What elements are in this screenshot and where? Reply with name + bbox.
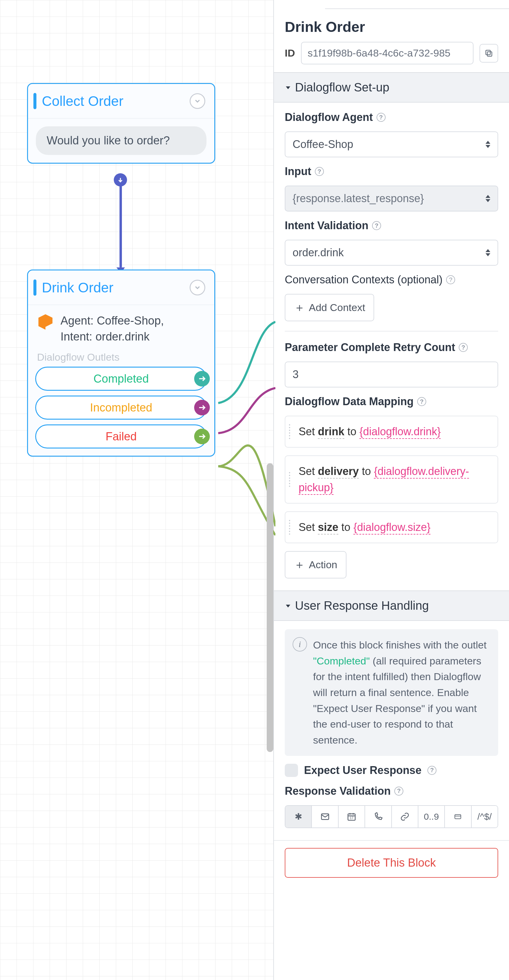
asterisk-icon: ✱ — [295, 811, 302, 822]
select-value: Coffee-Shop — [293, 138, 353, 151]
input-retry-count[interactable]: 3 — [285, 361, 498, 387]
svg-marker-1 — [38, 314, 53, 330]
prompt-bubble: Would you like to order? — [36, 126, 206, 155]
flow-canvas[interactable]: Collect Order Would you like to order? D… — [0, 0, 273, 980]
validation-email-button[interactable] — [312, 806, 338, 827]
add-action-button[interactable]: ＋ Action — [285, 551, 346, 578]
select-caret-icon — [485, 195, 490, 202]
copy-id-button[interactable] — [480, 44, 498, 62]
validation-regex-button[interactable]: /^$/ — [472, 806, 498, 827]
outlet-handle[interactable] — [194, 400, 210, 415]
help-icon[interactable]: ? — [377, 113, 386, 122]
link-icon — [400, 812, 410, 821]
button-label: Action — [309, 559, 337, 571]
node-collect-order[interactable]: Collect Order Would you like to order? — [27, 83, 215, 164]
node-header[interactable]: Collect Order — [28, 84, 214, 119]
outlet-handle[interactable] — [194, 429, 210, 444]
help-icon[interactable]: ? — [372, 221, 381, 230]
expect-user-response-row[interactable]: Expect User Response ? — [285, 764, 498, 777]
agent-label: Agent: Coffee-Shop, — [61, 313, 164, 329]
node-accent-bar — [34, 280, 37, 296]
plus-icon: ＋ — [294, 300, 305, 315]
node-drink-order[interactable]: Drink Order Agent: Coffee-Shop, Intent: … — [27, 269, 215, 457]
select-caret-icon — [485, 249, 490, 256]
validation-card-button[interactable] — [445, 806, 471, 827]
checkbox-label: Expect User Response — [304, 764, 421, 777]
collapse-toggle[interactable] — [190, 280, 205, 295]
validation-number-button[interactable]: 0..9 — [418, 806, 445, 827]
mapping-row[interactable]: Set delivery to {dialogflow.delivery-pic… — [285, 455, 498, 504]
card-icon — [453, 813, 463, 820]
section-user-response-handling[interactable]: User Response Handling — [274, 590, 509, 621]
validation-date-button[interactable]: 17 — [338, 806, 365, 827]
info-box: i Once this block finishes with the outl… — [285, 629, 498, 756]
help-icon[interactable]: ? — [394, 787, 403, 795]
tab-stub — [325, 0, 509, 9]
outlet-completed[interactable]: Completed — [35, 367, 207, 391]
node-header[interactable]: Drink Order — [28, 270, 214, 305]
mapping-text: Set delivery to {dialogflow.delivery-pic… — [298, 463, 490, 496]
edge-incompleted — [215, 385, 275, 436]
plus-icon: ＋ — [294, 557, 305, 573]
mapping-text: Set size to {dialogflow.size} — [298, 519, 431, 535]
section-dialogflow-setup[interactable]: Dialogflow Set-up — [274, 72, 509, 103]
id-label: ID — [285, 47, 295, 59]
svg-marker-7 — [286, 86, 290, 89]
select-intent-validation[interactable]: order.drink — [285, 240, 498, 266]
outlet-label: Incompleted — [90, 401, 152, 414]
calendar-icon: 17 — [347, 812, 356, 821]
drag-handle-icon[interactable] — [289, 520, 290, 535]
outlet-handle[interactable] — [194, 371, 210, 387]
validation-url-button[interactable] — [392, 806, 418, 827]
canvas-scrollbar[interactable] — [267, 463, 273, 752]
validation-toolbar: ✱ 17 0..9 /^$/ — [285, 805, 498, 828]
connector-arrowhead — [116, 264, 125, 269]
number-label: 0..9 — [424, 811, 439, 822]
divider — [285, 331, 498, 331]
validation-any-button[interactable]: ✱ — [286, 806, 312, 827]
mapping-text: Set drink to {dialogflow.drink} — [298, 423, 441, 440]
select-input[interactable]: {response.latest_response} — [285, 186, 498, 212]
label-dialogflow-agent: Dialogflow Agent? — [285, 111, 498, 124]
expect-user-response-checkbox[interactable] — [285, 764, 298, 777]
select-dialogflow-agent[interactable]: Coffee-Shop — [285, 132, 498, 158]
outlets-label: Dialogflow Outlets — [28, 352, 214, 367]
section-title: User Response Handling — [295, 599, 429, 612]
select-caret-icon — [485, 141, 490, 148]
phone-icon — [373, 812, 383, 821]
validation-phone-button[interactable] — [365, 806, 392, 827]
help-icon[interactable]: ? — [446, 275, 455, 284]
svg-text:17: 17 — [350, 816, 353, 820]
outlet-label: Completed — [94, 372, 149, 385]
mapping-row[interactable]: Set drink to {dialogflow.drink} — [285, 416, 498, 448]
help-icon[interactable]: ? — [315, 167, 324, 176]
add-context-button[interactable]: ＋ Add Context — [285, 294, 374, 321]
help-icon[interactable]: ? — [417, 397, 426, 406]
drag-handle-icon[interactable] — [289, 472, 290, 487]
section-title: Dialogflow Set-up — [295, 81, 389, 94]
edge-failed — [215, 388, 275, 527]
select-value: order.drink — [293, 247, 344, 259]
outlet-failed[interactable]: Failed — [35, 425, 207, 449]
label-intent-validation: Intent Validation? — [285, 219, 498, 232]
delete-block-button[interactable]: Delete This Block — [285, 848, 498, 878]
label-data-mapping: Dialogflow Data Mapping? — [285, 395, 498, 408]
drag-handle-icon[interactable] — [289, 425, 290, 439]
email-icon — [320, 812, 330, 821]
node-title: Collect Order — [42, 93, 123, 109]
edge-completed — [215, 319, 275, 427]
mapping-row[interactable]: Set size to {dialogflow.size} — [285, 511, 498, 543]
id-field[interactable]: s1f19f98b-6a48-4c6c-a732-985 — [301, 42, 474, 64]
caret-down-icon — [285, 84, 291, 91]
label-input: Input? — [285, 165, 498, 178]
collapse-toggle[interactable] — [190, 93, 205, 109]
svg-rect-6 — [486, 50, 490, 55]
section-body-setup: Dialogflow Agent? Coffee-Shop Input? {re… — [274, 103, 509, 590]
help-icon[interactable]: ? — [459, 343, 468, 352]
label-response-validation: Response Validation? — [285, 785, 498, 797]
help-icon[interactable]: ? — [428, 766, 436, 775]
label-conversation-contexts: Conversation Contexts (optional)? — [285, 274, 498, 286]
caret-down-icon — [285, 603, 291, 609]
panel-title: Drink Order — [285, 19, 498, 35]
outlet-incompleted[interactable]: Incompleted — [35, 396, 207, 420]
